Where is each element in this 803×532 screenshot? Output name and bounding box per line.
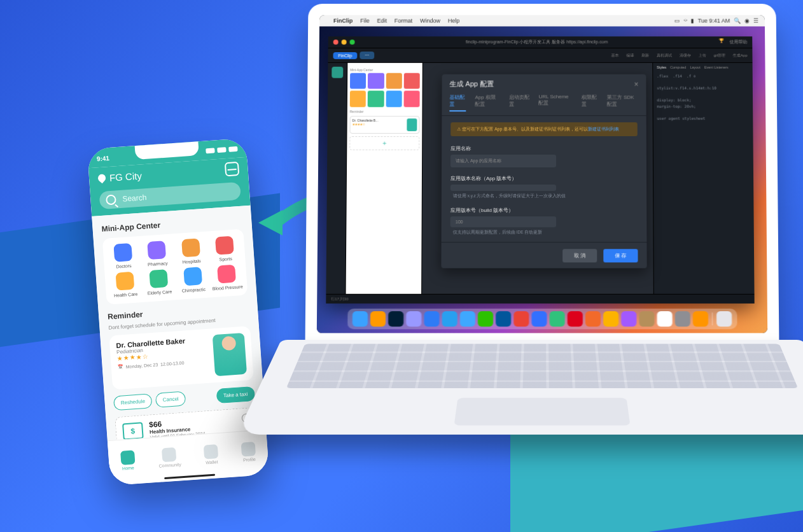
window-max-icon[interactable] [350,39,355,45]
toolbar-item[interactable]: git管理 [714,53,725,59]
siri-icon[interactable]: ◉ [744,18,750,24]
battery-icon[interactable]: ▮ [691,18,694,24]
ide-titlebar: finclip-miniprogram-FinClip 小程序开发工具 服务器 … [328,36,753,48]
dialog-tab[interactable]: App 权限配置 [475,94,500,111]
dock-pages-icon[interactable] [693,311,708,326]
menubar-format[interactable]: Format [395,18,412,24]
miniapp-label: Blood Pressure [213,284,243,291]
inspector-tab-computed[interactable]: Computed [670,66,686,69]
search-field[interactable] [99,182,241,209]
warning-link[interactable]: 新建证书到列表 [588,127,619,131]
dock-chrome-icon[interactable] [513,311,529,326]
miniapp-sports[interactable]: Sports [208,235,241,262]
window-min-icon[interactable] [342,39,347,45]
dock-system-prefs-icon[interactable] [675,311,690,326]
miniapp-pharmacy[interactable]: Pharmacy [141,240,174,267]
home-icon [120,450,135,465]
dock-dingtalk-icon[interactable] [424,311,439,326]
menubar-app[interactable]: FinClip [333,18,353,24]
field-build-input[interactable]: 100 [450,216,556,227]
reschedule-button[interactable]: Reshedule [113,393,153,410]
preview-add-card[interactable]: ＋ [349,136,419,150]
dock-calendar-icon[interactable] [657,311,672,326]
dialog-tab[interactable]: 权限配置 [582,94,598,111]
menubar-file[interactable]: File [360,18,369,24]
dock-wps-icon[interactable] [585,311,601,326]
dock-finder-icon[interactable] [353,311,368,326]
miniapp-health-care[interactable]: Health Care [109,271,142,298]
tab-wallet[interactable]: Wallet [204,444,219,465]
dock-feishu-icon[interactable] [531,311,547,326]
toolbar-item[interactable]: 刷新 [641,53,649,59]
dialog-close-icon[interactable]: × [634,80,638,88]
hospitals-icon [181,238,200,257]
spotlight-icon[interactable]: 🔍 [734,18,741,24]
inspector-tab-styles[interactable]: Styles [657,66,666,69]
doctor-reminder-card[interactable]: Dr. Charollette Baker Pediatrician ★★★★☆… [109,326,253,389]
tab-community[interactable]: Community [158,447,181,468]
dialog-tab[interactable]: 第三方 SDK 配置 [607,94,639,111]
dock-sketch-icon[interactable] [603,311,618,326]
dock-wechat-icon[interactable] [478,311,493,326]
window-close-icon[interactable] [333,39,339,45]
trophy-icon[interactable]: 🏆 [719,38,727,46]
tab-profile[interactable]: Profile [241,442,256,462]
inspector-tab-events[interactable]: Event Listeners [704,66,729,69]
help-label[interactable]: 使用帮助 [729,39,747,45]
field-app-name-input[interactable]: 请输入 App 的应用名称 [450,155,556,167]
tab-home[interactable]: Home [120,450,136,470]
laptop-screen-frame: FinClip File Edit Format Window Help ▭ ⌔… [305,4,779,345]
dock-trash-icon[interactable] [716,311,732,326]
miniapp-doctors[interactable]: Doctors [106,242,139,269]
dialog-tab[interactable]: 基础配置 [449,94,466,111]
ide-simulator-preview: Mini-App Center Reminder [346,63,423,294]
dialog-tab[interactable]: URL Scheme 配置 [538,94,572,111]
dock-photoshop-icon[interactable] [388,311,403,326]
cancel-button[interactable]: Cancel [155,391,186,408]
toolbar-item[interactable]: 生成App [733,53,748,59]
miniapp-elderly-care[interactable]: Elderly Care [143,269,176,295]
menubar-time[interactable]: Tue 9:41 AM [698,18,730,24]
airplay-icon[interactable]: ▭ [674,18,680,24]
mac-menubar: FinClip File Edit Format Window Help ▭ ⌔… [319,15,765,27]
dialog-cancel-button[interactable]: 取 消 [562,249,597,262]
control-center-icon[interactable]: ☰ [753,18,758,24]
dock-qqmusic-icon[interactable] [550,311,565,326]
warning-text: ⚠ 您可在下方配置 App 基本号、以及新建证书到证书列表，还可以 [457,127,588,131]
miniapp-chiropractic[interactable]: Chiropractic [176,267,209,293]
miniapp-hospitals[interactable]: Hospitals [174,238,207,265]
toolbar-brand[interactable]: FinClip [333,52,357,59]
dock-figma-icon[interactable] [621,311,636,326]
menubar-window[interactable]: Window [420,18,440,24]
dock-safari-icon[interactable] [442,311,457,326]
toolbar-item[interactable]: 上传 [699,53,706,59]
dialog-tab[interactable]: 启动页配置 [509,94,530,111]
wifi-icon[interactable]: ⌔ [684,18,687,24]
toolbar-tab[interactable]: ⋯ [360,52,374,59]
wallet-icon [204,444,218,459]
toolbar-item[interactable]: 编译 [626,53,634,59]
dock-fliggy-icon[interactable] [460,311,475,326]
miniapp-blood-pressure[interactable]: Blood Pressure [211,264,244,291]
dock-illustrator-icon[interactable] [370,311,386,326]
location-button[interactable]: FG City [97,170,142,184]
field-version-name-input[interactable] [450,185,556,191]
menubar-help[interactable]: Help [448,18,459,24]
mac-dock [347,309,737,329]
dock-flutter-icon[interactable] [496,311,511,326]
toolbar-item[interactable]: 真机调试 [657,53,672,59]
dock-after-effects-icon[interactable] [406,311,421,326]
tab-label: Profile [243,457,256,462]
dialog-save-button[interactable]: 保 存 [603,249,638,262]
preview-section-reminder: Reminder [350,109,420,113]
dock-netease-music-icon[interactable] [568,311,583,326]
toolbar-item[interactable]: 基本 [611,53,618,59]
menubar-edit[interactable]: Edit [377,18,387,24]
inspector-tab-layout[interactable]: Layout [690,66,700,69]
toolbar-item[interactable]: 清缓存 [680,53,691,59]
search-input[interactable] [121,186,235,204]
scan-icon[interactable] [225,162,239,176]
activity-explorer-icon[interactable] [332,67,343,78]
dock-toolbox-icon[interactable] [639,311,654,326]
take-taxi-button[interactable]: Take a taxi [216,386,255,403]
